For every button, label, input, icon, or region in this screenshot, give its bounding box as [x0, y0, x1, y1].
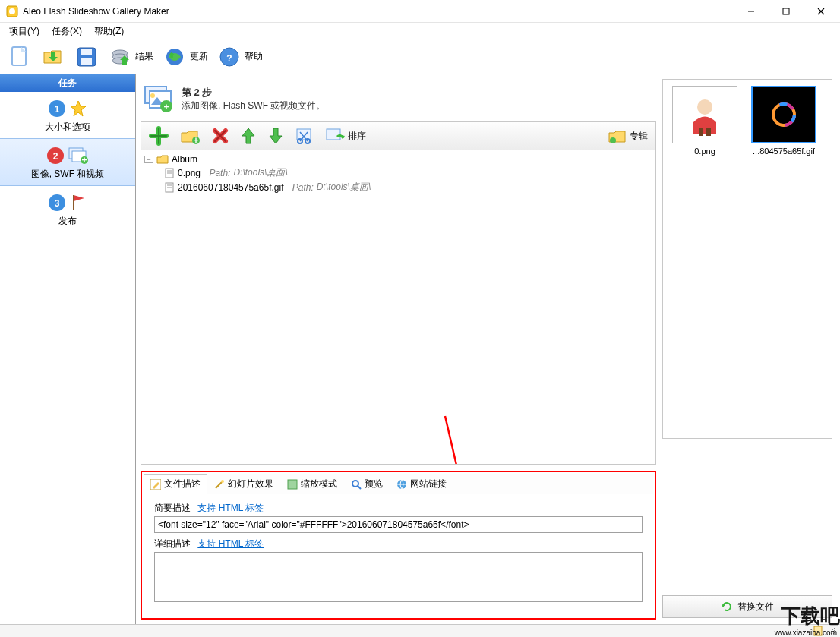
watermark-url: www.xiazaiba.com: [775, 629, 837, 637]
minimize-button[interactable]: [734, 0, 769, 23]
move-up-button[interactable]: [237, 125, 260, 147]
result-button[interactable]: 结果: [103, 42, 158, 72]
html-support-link[interactable]: 支持 HTML 标签: [197, 503, 264, 513]
pencil-icon: [150, 479, 161, 490]
task-label: 图像, SWF 和视频: [31, 168, 105, 181]
sort-button[interactable]: 排序: [322, 126, 369, 146]
tree-item-name: 0.png: [178, 168, 201, 178]
tree-root[interactable]: − Album: [144, 153, 652, 166]
tab-file-description[interactable]: 文件描述: [144, 474, 207, 494]
album-button[interactable]: 专辑: [604, 125, 651, 147]
tree-item-path: D:\tools\桌面\: [233, 166, 287, 179]
delete-button[interactable]: [208, 125, 232, 147]
svg-rect-53: [706, 128, 711, 136]
open-button[interactable]: [36, 42, 70, 72]
detail-desc-textarea[interactable]: [154, 552, 643, 602]
svg-rect-47: [288, 480, 297, 489]
detail-tabs: 文件描述 幻灯片效果 缩放模式 预览 网站链接: [144, 474, 653, 494]
content: + 第 2 步 添加图像, Flash SWF 或视频文件。 + 排序 专辑: [136, 74, 840, 624]
svg-text:2: 2: [53, 151, 58, 162]
menu-project[interactable]: 项目(Y): [3, 24, 46, 39]
update-label: 更新: [190, 50, 208, 63]
description-panel-highlight: 文件描述 幻灯片效果 缩放模式 预览 网站链接 简要描述 支持 HTML 标签 …: [141, 471, 656, 620]
close-button[interactable]: [804, 0, 838, 23]
step-3-icon: 3: [48, 194, 66, 212]
tab-scale-mode[interactable]: 缩放模式: [280, 474, 344, 494]
thumbnail-image: [672, 86, 737, 143]
album-folder-icon: [156, 154, 169, 165]
add-folder-button[interactable]: +: [176, 125, 204, 147]
tree-item-path-label: Path:: [292, 182, 314, 193]
collapse-icon[interactable]: −: [144, 156, 153, 163]
result-label: 结果: [135, 50, 153, 63]
svg-point-48: [352, 481, 358, 487]
task-images-swf-video[interactable]: 2 + 图像, SWF 和视频: [0, 138, 135, 186]
tree-item-path: D:\tools\桌面\: [317, 181, 371, 194]
task-size-options[interactable]: 1 大小和选项: [0, 92, 135, 138]
task-publish[interactable]: 3 发布: [0, 186, 135, 232]
magnifier-icon: [351, 479, 362, 490]
titlebar: Aleo Flash Slideshow Gallery Maker: [0, 0, 840, 23]
album-label: 专辑: [630, 130, 648, 143]
update-button[interactable]: 更新: [158, 42, 213, 72]
svg-rect-3: [783, 8, 789, 14]
svg-point-28: [150, 93, 155, 98]
center-column: + 第 2 步 添加图像, Flash SWF 或视频文件。 + 排序 专辑: [141, 79, 656, 620]
file-tree[interactable]: − Album 0.png Path: D:\tools\桌面\ 2016060…: [141, 150, 656, 465]
main-toolbar: 结果 更新 ?帮助: [0, 39, 840, 74]
annotation-arrow: [430, 408, 582, 465]
tree-item-name: 201606071804575a65f.gif: [178, 182, 283, 193]
cut-button[interactable]: [292, 125, 317, 147]
svg-line-49: [358, 486, 361, 489]
svg-text:+: +: [163, 102, 169, 112]
help-button[interactable]: ?帮助: [213, 42, 267, 72]
statusbar: [0, 624, 840, 637]
svg-rect-9: [81, 58, 92, 65]
replace-file-label: 替换文件: [737, 601, 774, 613]
files-toolbar: + 排序 专辑: [141, 121, 656, 150]
thumbnail-item[interactable]: ...804575a65f.gif: [748, 86, 819, 432]
html-support-link[interactable]: 支持 HTML 标签: [197, 538, 264, 549]
menu-tasks[interactable]: 任务(X): [46, 24, 88, 39]
brief-desc-label: 简要描述: [154, 502, 191, 515]
svg-point-37: [610, 137, 616, 143]
tree-item[interactable]: 201606071804575a65f.gif Path: D:\tools\桌…: [144, 180, 652, 194]
help-label: 帮助: [245, 50, 263, 63]
svg-text:3: 3: [55, 198, 60, 209]
thumbnail-label: 0.png: [694, 147, 715, 156]
sidebar: 任务 1 大小和选项 2 + 图像, SWF 和视频 3 发布: [0, 74, 136, 624]
window-title: Aleo Flash Slideshow Gallery Maker: [23, 6, 734, 17]
thumbnail-label: ...804575a65f.gif: [753, 147, 815, 156]
tab-slide-effect[interactable]: 幻灯片效果: [207, 474, 280, 494]
tree-root-label: Album: [172, 154, 197, 165]
svg-text:1: 1: [55, 104, 60, 115]
file-icon: [164, 182, 175, 193]
thumbnail-grid[interactable]: 0.png ...804575a65f.gif: [662, 79, 832, 439]
tree-item-path-label: Path:: [209, 168, 230, 178]
right-column: 0.png ...804575a65f.gif 替换文件: [662, 79, 832, 620]
thumbnail-item[interactable]: 0.png: [669, 86, 741, 432]
brief-desc-input[interactable]: [154, 516, 643, 533]
step-header-icon: +: [144, 84, 174, 114]
move-down-button[interactable]: [264, 125, 287, 147]
sidebar-header: 任务: [0, 74, 135, 92]
step-subtitle: 添加图像, Flash SWF 或视频文件。: [182, 99, 325, 112]
scale-icon: [287, 479, 298, 490]
menu-help[interactable]: 帮助(Z): [88, 24, 130, 39]
task-label: 发布: [58, 215, 77, 228]
add-file-button[interactable]: [146, 125, 172, 147]
step-2-icon: 2: [46, 147, 65, 165]
tab-web-link[interactable]: 网站链接: [390, 474, 453, 494]
tab-preview[interactable]: 预览: [344, 474, 390, 494]
detail-desc-label: 详细描述: [154, 538, 191, 550]
save-button[interactable]: [70, 42, 103, 72]
tree-item[interactable]: 0.png Path: D:\tools\桌面\: [144, 166, 652, 180]
flag-icon: [69, 194, 87, 212]
svg-point-51: [697, 99, 712, 115]
watermark: 下载吧: [781, 603, 840, 629]
app-icon: [6, 5, 18, 17]
refresh-icon: [721, 601, 733, 613]
new-button[interactable]: [3, 42, 36, 72]
maximize-button[interactable]: [769, 0, 804, 23]
wand-icon: [214, 479, 225, 490]
